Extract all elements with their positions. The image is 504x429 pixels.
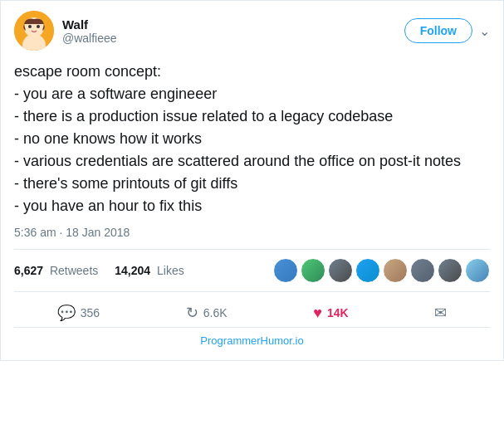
liker-avatars [273, 258, 490, 283]
display-name: Walf [62, 17, 117, 32]
retweet-action[interactable]: ↻ 6.6K [186, 304, 228, 322]
retweets-count: 6,627 [14, 264, 43, 277]
svg-point-3 [28, 25, 32, 28]
liker-avatar [438, 258, 462, 283]
dm-action[interactable]: ✉ [434, 304, 447, 322]
like-count: 14K [327, 306, 349, 319]
reply-icon: 💬 [57, 304, 76, 322]
liker-avatar [383, 258, 408, 283]
likes-count: 14,204 [115, 264, 150, 277]
retweets-label: Retweets [50, 264, 98, 277]
tweet-actions: 💬 356 ↻ 6.6K ♥ 14K ✉ [14, 299, 490, 327]
avatar [14, 11, 54, 51]
liker-avatar [465, 258, 490, 283]
follow-button[interactable]: Follow [404, 18, 472, 43]
like-action[interactable]: ♥ 14K [313, 305, 348, 322]
liker-avatar [328, 258, 353, 283]
liker-avatar [273, 258, 298, 283]
chevron-down-icon[interactable]: ⌄ [479, 23, 490, 39]
tweet-body: escape room concept: - you are a softwar… [14, 61, 490, 217]
watermark: ProgrammerHumor.io [14, 327, 490, 350]
retweets-stat: 6,627 Retweets [14, 264, 98, 277]
svg-point-4 [37, 25, 40, 28]
watermark-text: ProgrammerHumor.io [200, 334, 303, 347]
username: @walfieee [62, 32, 117, 45]
tweet-timestamp: 5:36 am · 18 Jan 2018 [14, 226, 490, 239]
reply-action[interactable]: 💬 356 [57, 304, 100, 322]
likes-label: Likes [157, 264, 184, 277]
liker-avatar [410, 258, 435, 283]
tweet-header: Walf @walfieee Follow ⌄ [14, 11, 490, 51]
tweet-header-left: Walf @walfieee [14, 11, 117, 51]
tweet-stats: 6,627 Retweets 14,204 Likes [14, 249, 490, 292]
retweet-count: 6.6K [203, 306, 228, 319]
liker-avatar [355, 258, 380, 283]
user-info: Walf @walfieee [62, 17, 117, 45]
retweet-icon: ↻ [186, 304, 198, 322]
reply-count: 356 [81, 306, 100, 319]
mail-icon: ✉ [434, 304, 447, 322]
liker-avatar [301, 258, 325, 283]
heart-icon: ♥ [313, 305, 322, 322]
likes-stat: 14,204 Likes [115, 264, 183, 277]
header-right: Follow ⌄ [404, 18, 490, 43]
tweet-card: Walf @walfieee Follow ⌄ escape room conc… [0, 0, 504, 361]
